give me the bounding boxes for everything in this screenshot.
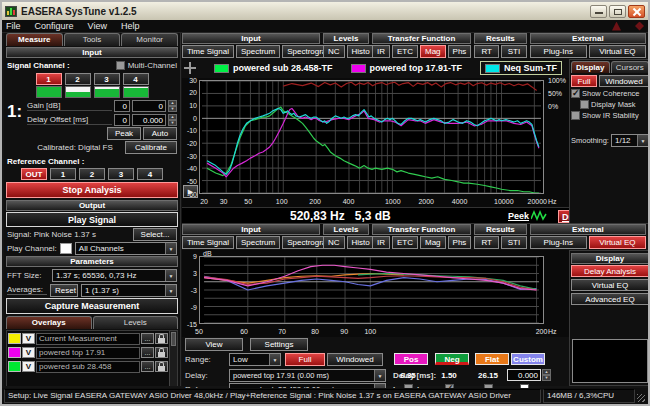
close-button[interactable]: [628, 5, 645, 18]
custom-delay-input[interactable]: 0.000: [507, 369, 541, 381]
tab-histo[interactable]: Histo: [347, 236, 375, 249]
legend-item[interactable]: powered top 17.91-TF: [351, 63, 463, 73]
tab-mag[interactable]: Mag: [420, 45, 446, 58]
overlay-more-button[interactable]: ...: [141, 361, 154, 372]
lock-icon[interactable]: [155, 333, 168, 344]
tab-histo[interactable]: Histo: [347, 45, 375, 58]
delay-offset-input[interactable]: 0.000: [132, 114, 166, 126]
eq-custom-button[interactable]: Custom: [511, 353, 545, 365]
signal-channel-1[interactable]: 1: [36, 73, 62, 85]
tab-virtual-eq[interactable]: Virtual EQ: [589, 236, 646, 249]
signal-channel-3[interactable]: 3: [94, 73, 120, 85]
averages-dropdown[interactable]: 1 (1.37 s): [81, 284, 177, 297]
tab-tools[interactable]: Tools: [64, 33, 121, 46]
fft-size-dropdown[interactable]: 1.37 s; 65536, 0,73 Hz: [52, 269, 177, 282]
reference-channel-out[interactable]: OUT: [21, 168, 47, 180]
tab-sti[interactable]: STI: [501, 236, 526, 249]
signal-channel-2[interactable]: 2: [65, 73, 91, 85]
custom-delay-spinner[interactable]: ▲▼: [542, 369, 551, 381]
range-dropdown[interactable]: Low: [229, 353, 281, 366]
tab-cursors[interactable]: Cursors: [611, 61, 650, 73]
tab-display[interactable]: Display: [571, 61, 610, 73]
signal-channel-4[interactable]: 4: [123, 73, 149, 85]
tab-virtual-eq[interactable]: Virtual EQ: [589, 45, 646, 58]
move-crosshair-icon[interactable]: [184, 62, 196, 74]
tab-rt[interactable]: RT: [474, 45, 499, 58]
smoothing-dropdown[interactable]: 1/12: [611, 134, 649, 147]
play-channel-dropdown[interactable]: All Channels: [75, 242, 177, 255]
tab-monitor[interactable]: Monitor: [121, 33, 178, 46]
menu-configure[interactable]: Configure: [35, 21, 74, 31]
overlay-more-button[interactable]: ...: [141, 333, 154, 344]
auto-button[interactable]: Auto: [143, 127, 177, 140]
gain-link-field[interactable]: 0: [114, 100, 130, 112]
reference-channel-2[interactable]: 2: [79, 168, 105, 180]
multi-channel-checkbox[interactable]: [116, 61, 125, 70]
tab-nc[interactable]: NC: [323, 236, 345, 249]
view-button[interactable]: View: [185, 338, 243, 351]
tab-plug-ins[interactable]: Plug-Ins: [530, 45, 587, 58]
delay-offset-spinner[interactable]: ▲▼: [168, 114, 177, 126]
calibrate-button[interactable]: Calibrate: [125, 141, 177, 154]
gain-spinner[interactable]: ▲▼: [168, 100, 177, 112]
tab-spectrum[interactable]: Spectrum: [236, 236, 280, 249]
overlay-visible-toggle[interactable]: V: [22, 333, 35, 344]
menu-view[interactable]: View: [88, 21, 107, 31]
delay-source-dropdown[interactable]: powered top 17.91 (0.00 ms): [229, 369, 386, 382]
delay-analysis-button[interactable]: Delay Analysis: [571, 265, 649, 277]
full-range-button[interactable]: Full: [571, 75, 597, 87]
peek-tool[interactable]: Peek: [508, 210, 547, 221]
reference-channel-4[interactable]: 4: [137, 168, 163, 180]
delay-link-field[interactable]: 0: [114, 114, 130, 126]
show-coherence-checkbox[interactable]: [571, 89, 580, 98]
overlay-scrollbar[interactable]: [169, 331, 177, 386]
overlay-color-swatch[interactable]: [8, 347, 21, 358]
tab-sti[interactable]: STI: [501, 45, 526, 58]
tab-levels[interactable]: Levels: [93, 316, 179, 329]
capture-measurement-button[interactable]: Capture Measurement: [6, 298, 178, 314]
overlay-color-swatch[interactable]: [8, 361, 21, 372]
maximize-button[interactable]: [609, 5, 626, 18]
tab-overlays[interactable]: Overlays: [6, 316, 92, 329]
legend-item[interactable]: powered sub 28.458-TF: [214, 63, 333, 73]
tab-plug-ins[interactable]: Plug-Ins: [530, 236, 587, 249]
advanced-eq-button[interactable]: Advanced EQ: [571, 293, 649, 305]
minimize-button[interactable]: [590, 5, 607, 18]
resize-grip[interactable]: [637, 389, 646, 403]
range-windowed-button[interactable]: Windowed: [327, 353, 383, 366]
display-mask-checkbox[interactable]: [580, 100, 589, 109]
overlay-color-swatch[interactable]: [8, 333, 21, 344]
reset-averages-button[interactable]: Reset: [50, 284, 78, 297]
tab-etc[interactable]: ETC: [392, 45, 418, 58]
menu-help[interactable]: Help: [121, 21, 140, 31]
tab-ir[interactable]: IR: [372, 236, 390, 249]
stop-analysis-button[interactable]: Stop Analysis: [6, 182, 178, 198]
tab-rt[interactable]: RT: [474, 236, 499, 249]
peak-button[interactable]: Peak: [107, 127, 141, 140]
eq-flat-button[interactable]: Flat: [475, 353, 509, 365]
tab-nc[interactable]: NC: [323, 45, 345, 58]
eq-chart-plot[interactable]: [199, 256, 544, 324]
overlay-visible-toggle[interactable]: V: [22, 361, 35, 372]
tab-mag[interactable]: Mag: [420, 236, 446, 249]
windowed-range-button[interactable]: Windowed: [599, 75, 649, 87]
gain-input[interactable]: 0: [132, 100, 166, 112]
eq-pos-button[interactable]: Pos: [394, 353, 428, 365]
tab-phs[interactable]: Phs: [448, 236, 472, 249]
tab-spectrum[interactable]: Spectrum: [236, 45, 280, 58]
settings-button[interactable]: Settings: [250, 338, 308, 351]
tf-chart-plot[interactable]: [199, 80, 544, 194]
tab-measure[interactable]: Measure: [6, 33, 63, 46]
eq-neg-button[interactable]: Neg: [435, 353, 469, 365]
virtual-eq-button[interactable]: Virtual EQ: [571, 279, 649, 291]
overlay-visible-toggle[interactable]: V: [22, 347, 35, 358]
legend-item[interactable]: Neq Sum-TF: [480, 61, 562, 75]
reference-channel-3[interactable]: 3: [108, 168, 134, 180]
lock-icon[interactable]: [155, 361, 168, 372]
menu-file[interactable]: File: [6, 21, 21, 31]
tab-ir[interactable]: IR: [372, 45, 390, 58]
overlay-more-button[interactable]: ...: [141, 347, 154, 358]
lock-icon[interactable]: [155, 347, 168, 358]
play-signal-button[interactable]: Play Signal: [6, 212, 178, 227]
show-ir-stability-checkbox[interactable]: [571, 111, 580, 120]
